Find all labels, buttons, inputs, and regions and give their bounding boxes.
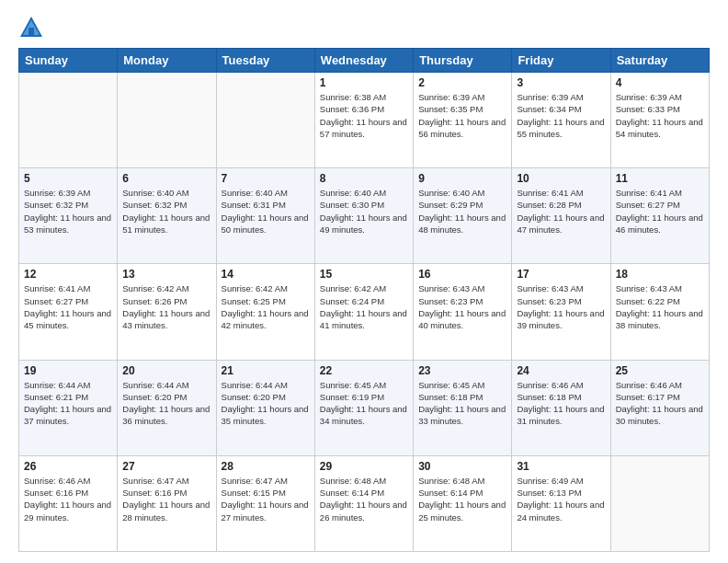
- calendar-day-header: Friday: [512, 49, 610, 73]
- calendar-header-row: SundayMondayTuesdayWednesdayThursdayFrid…: [19, 49, 710, 73]
- calendar-cell: 27Sunrise: 6:47 AM Sunset: 6:16 PM Dayli…: [118, 455, 216, 551]
- calendar-week-row: 26Sunrise: 6:46 AM Sunset: 6:16 PM Dayli…: [19, 455, 710, 551]
- day-number: 19: [24, 364, 112, 377]
- calendar-cell: 3Sunrise: 6:39 AM Sunset: 6:34 PM Daylig…: [512, 73, 610, 168]
- page: SundayMondayTuesdayWednesdayThursdayFrid…: [0, 0, 728, 563]
- day-number: 31: [517, 460, 605, 473]
- day-number: 5: [24, 172, 112, 185]
- day-info: Sunrise: 6:45 AM Sunset: 6:18 PM Dayligh…: [418, 379, 506, 428]
- day-info: Sunrise: 6:46 AM Sunset: 6:17 PM Dayligh…: [616, 379, 704, 428]
- calendar-cell: [118, 73, 216, 168]
- calendar-cell: 8Sunrise: 6:40 AM Sunset: 6:30 PM Daylig…: [314, 168, 413, 264]
- calendar-cell: 20Sunrise: 6:44 AM Sunset: 6:20 PM Dayli…: [118, 360, 216, 455]
- calendar-cell: 25Sunrise: 6:46 AM Sunset: 6:17 PM Dayli…: [610, 360, 709, 455]
- day-info: Sunrise: 6:40 AM Sunset: 6:32 PM Dayligh…: [122, 187, 210, 236]
- day-number: 20: [122, 364, 210, 377]
- day-number: 13: [122, 268, 210, 281]
- day-info: Sunrise: 6:43 AM Sunset: 6:23 PM Dayligh…: [418, 282, 506, 331]
- calendar-cell: 6Sunrise: 6:40 AM Sunset: 6:32 PM Daylig…: [118, 168, 216, 264]
- day-number: 7: [222, 172, 310, 185]
- calendar-day-header: Sunday: [19, 49, 118, 73]
- day-info: Sunrise: 6:41 AM Sunset: 6:27 PM Dayligh…: [24, 282, 112, 331]
- calendar-cell: 29Sunrise: 6:48 AM Sunset: 6:14 PM Dayli…: [314, 455, 413, 551]
- day-number: 16: [418, 268, 506, 281]
- calendar-week-row: 12Sunrise: 6:41 AM Sunset: 6:27 PM Dayli…: [19, 264, 710, 360]
- day-info: Sunrise: 6:44 AM Sunset: 6:21 PM Dayligh…: [24, 379, 112, 428]
- day-info: Sunrise: 6:41 AM Sunset: 6:28 PM Dayligh…: [517, 187, 605, 236]
- day-info: Sunrise: 6:46 AM Sunset: 6:18 PM Dayligh…: [517, 379, 605, 428]
- day-info: Sunrise: 6:43 AM Sunset: 6:23 PM Dayligh…: [517, 282, 605, 331]
- calendar-cell: 12Sunrise: 6:41 AM Sunset: 6:27 PM Dayli…: [19, 264, 118, 360]
- day-info: Sunrise: 6:40 AM Sunset: 6:31 PM Dayligh…: [222, 187, 310, 236]
- logo-icon: [18, 15, 44, 40]
- calendar-cell: 9Sunrise: 6:40 AM Sunset: 6:29 PM Daylig…: [414, 168, 512, 264]
- calendar-cell: 28Sunrise: 6:47 AM Sunset: 6:15 PM Dayli…: [216, 455, 314, 551]
- day-info: Sunrise: 6:39 AM Sunset: 6:35 PM Dayligh…: [418, 91, 506, 140]
- calendar-cell: 7Sunrise: 6:40 AM Sunset: 6:31 PM Daylig…: [216, 168, 314, 264]
- calendar-day-header: Wednesday: [314, 49, 413, 73]
- calendar-cell: 13Sunrise: 6:42 AM Sunset: 6:26 PM Dayli…: [118, 264, 216, 360]
- calendar-cell: 4Sunrise: 6:39 AM Sunset: 6:33 PM Daylig…: [610, 73, 709, 168]
- calendar-cell: 2Sunrise: 6:39 AM Sunset: 6:35 PM Daylig…: [414, 73, 512, 168]
- day-number: 3: [517, 76, 605, 89]
- day-info: Sunrise: 6:41 AM Sunset: 6:27 PM Dayligh…: [616, 187, 704, 236]
- day-info: Sunrise: 6:39 AM Sunset: 6:34 PM Dayligh…: [517, 91, 605, 140]
- calendar-cell: 14Sunrise: 6:42 AM Sunset: 6:25 PM Dayli…: [216, 264, 314, 360]
- day-info: Sunrise: 6:44 AM Sunset: 6:20 PM Dayligh…: [222, 379, 310, 428]
- calendar-cell: 22Sunrise: 6:45 AM Sunset: 6:19 PM Dayli…: [314, 360, 413, 455]
- day-number: 10: [517, 172, 605, 185]
- calendar-cell: 24Sunrise: 6:46 AM Sunset: 6:18 PM Dayli…: [512, 360, 610, 455]
- calendar-cell: 18Sunrise: 6:43 AM Sunset: 6:22 PM Dayli…: [610, 264, 709, 360]
- day-number: 1: [320, 76, 408, 89]
- day-info: Sunrise: 6:42 AM Sunset: 6:25 PM Dayligh…: [222, 282, 310, 331]
- day-info: Sunrise: 6:46 AM Sunset: 6:16 PM Dayligh…: [24, 475, 112, 523]
- day-number: 25: [616, 364, 704, 377]
- day-number: 6: [122, 172, 210, 185]
- day-number: 23: [418, 364, 506, 377]
- day-info: Sunrise: 6:49 AM Sunset: 6:13 PM Dayligh…: [517, 475, 605, 523]
- day-info: Sunrise: 6:42 AM Sunset: 6:26 PM Dayligh…: [122, 282, 210, 331]
- calendar-cell: 26Sunrise: 6:46 AM Sunset: 6:16 PM Dayli…: [19, 455, 118, 551]
- calendar-day-header: Thursday: [414, 49, 512, 73]
- calendar-cell: 16Sunrise: 6:43 AM Sunset: 6:23 PM Dayli…: [414, 264, 512, 360]
- day-info: Sunrise: 6:39 AM Sunset: 6:33 PM Dayligh…: [616, 91, 704, 140]
- calendar-cell: [19, 73, 118, 168]
- logo: [18, 15, 48, 40]
- svg-rect-2: [28, 28, 34, 35]
- day-info: Sunrise: 6:38 AM Sunset: 6:36 PM Dayligh…: [320, 91, 408, 140]
- calendar-cell: 21Sunrise: 6:44 AM Sunset: 6:20 PM Dayli…: [216, 360, 314, 455]
- day-number: 12: [24, 268, 112, 281]
- day-number: 30: [418, 460, 506, 473]
- calendar-week-row: 19Sunrise: 6:44 AM Sunset: 6:21 PM Dayli…: [19, 360, 710, 455]
- day-number: 26: [24, 460, 112, 473]
- day-number: 4: [616, 76, 704, 89]
- calendar-cell: 1Sunrise: 6:38 AM Sunset: 6:36 PM Daylig…: [314, 73, 413, 168]
- day-info: Sunrise: 6:40 AM Sunset: 6:30 PM Dayligh…: [320, 187, 408, 236]
- calendar-day-header: Saturday: [610, 49, 709, 73]
- calendar-cell: 10Sunrise: 6:41 AM Sunset: 6:28 PM Dayli…: [512, 168, 610, 264]
- calendar-day-header: Tuesday: [216, 49, 314, 73]
- day-number: 21: [222, 364, 310, 377]
- day-number: 8: [320, 172, 408, 185]
- day-number: 9: [418, 172, 506, 185]
- calendar-cell: [610, 455, 709, 551]
- calendar-cell: 31Sunrise: 6:49 AM Sunset: 6:13 PM Dayli…: [512, 455, 610, 551]
- calendar-cell: 30Sunrise: 6:48 AM Sunset: 6:14 PM Dayli…: [414, 455, 512, 551]
- day-info: Sunrise: 6:39 AM Sunset: 6:32 PM Dayligh…: [24, 187, 112, 236]
- day-info: Sunrise: 6:40 AM Sunset: 6:29 PM Dayligh…: [418, 187, 506, 236]
- calendar-cell: 17Sunrise: 6:43 AM Sunset: 6:23 PM Dayli…: [512, 264, 610, 360]
- day-info: Sunrise: 6:45 AM Sunset: 6:19 PM Dayligh…: [320, 379, 408, 428]
- day-number: 27: [122, 460, 210, 473]
- calendar-cell: 15Sunrise: 6:42 AM Sunset: 6:24 PM Dayli…: [314, 264, 413, 360]
- calendar-cell: 11Sunrise: 6:41 AM Sunset: 6:27 PM Dayli…: [610, 168, 709, 264]
- day-number: 28: [222, 460, 310, 473]
- day-info: Sunrise: 6:43 AM Sunset: 6:22 PM Dayligh…: [616, 282, 704, 331]
- day-info: Sunrise: 6:48 AM Sunset: 6:14 PM Dayligh…: [320, 475, 408, 523]
- day-info: Sunrise: 6:44 AM Sunset: 6:20 PM Dayligh…: [122, 379, 210, 428]
- calendar-table: SundayMondayTuesdayWednesdayThursdayFrid…: [18, 48, 710, 552]
- day-info: Sunrise: 6:47 AM Sunset: 6:15 PM Dayligh…: [222, 475, 310, 523]
- day-number: 29: [320, 460, 408, 473]
- calendar-cell: [216, 73, 314, 168]
- day-number: 24: [517, 364, 605, 377]
- day-number: 22: [320, 364, 408, 377]
